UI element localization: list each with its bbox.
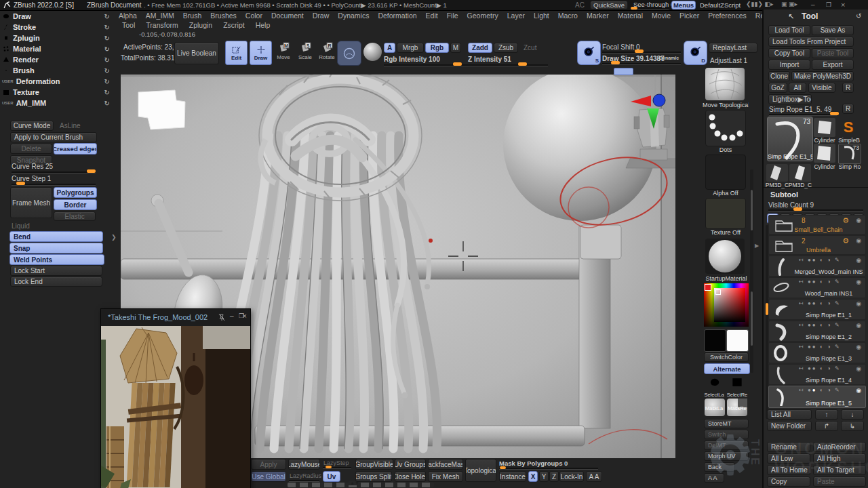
left-tray-expand-arrow[interactable]: ❯ (111, 234, 117, 241)
goz-all-button[interactable]: All (789, 83, 806, 93)
goz-r-button[interactable]: R (842, 83, 854, 93)
sphere-subtool[interactable] (503, 75, 656, 221)
menu-layer[interactable]: Layer (507, 12, 525, 20)
all-to-target-button[interactable]: All To Target (813, 465, 866, 475)
zsub-button[interactable]: Zsub (494, 43, 518, 53)
tray-item-material[interactable]: Material↻ (0, 43, 115, 54)
subtool-row-mesh-selected[interactable]: ↤ ●● ◐ ◑ ✎ ◉ Simp Rope E1_5 (768, 386, 866, 408)
menu-deformation[interactable]: Deformation (378, 12, 416, 20)
axis-z-ball[interactable] (653, 94, 665, 106)
polygroups-button[interactable]: Polygroups (54, 187, 97, 198)
rgb-button[interactable]: Rgb (425, 43, 449, 53)
sv-selector[interactable] (715, 289, 721, 295)
tool-thumb-simp-ro[interactable]: 73 (838, 144, 861, 164)
apply-to-current-brush-button[interactable]: Apply to Current Brush (10, 132, 97, 142)
close-icon[interactable]: × (243, 312, 247, 320)
menu-material[interactable]: Material (618, 12, 643, 20)
apply-button[interactable]: Apply (251, 459, 286, 470)
tool-thumb-cylinder1[interactable] (814, 118, 835, 137)
close-holes-button[interactable]: Close Holes (395, 471, 426, 482)
y-axis-button[interactable]: Y (539, 471, 549, 482)
rgb-intensity-handle[interactable] (453, 62, 462, 66)
side-aa-button[interactable]: A A (704, 473, 724, 483)
m-button[interactable]: M (450, 43, 461, 53)
clone-button[interactable]: Clone (768, 71, 790, 81)
move-button[interactable]: M Move (274, 41, 293, 64)
make-polymesh3d-button[interactable]: Make PolyMesh3D (791, 71, 854, 81)
subtool-row-icon-strip[interactable]: ↤ ●● ◐ ◑ ✎ (799, 344, 841, 350)
move-out-folder-button[interactable]: ↱ (815, 421, 838, 431)
quicksave-button[interactable]: QuickSave (590, 1, 628, 9)
widget-scroll-thumb[interactable] (751, 190, 753, 230)
restore-config-icon[interactable]: ↻ (104, 35, 110, 42)
a-toggle[interactable]: A (384, 43, 395, 53)
tool-history-icon[interactable]: ↺ (856, 12, 861, 20)
tray-item-am-imm[interactable]: USERAM_IMM↻ (0, 98, 115, 108)
paste-tool-button[interactable]: Paste Tool (812, 48, 854, 58)
menus-toggle-button[interactable]: Menus (671, 1, 696, 9)
subtool-row-folder[interactable]: 2 ⚙ ◉ Umbrella (768, 235, 866, 255)
tray-item-deformation[interactable]: USERDeformation↻ (0, 76, 115, 87)
tray-item-texture[interactable]: Texture↻ (0, 87, 115, 98)
adjust-last-label[interactable]: AdjustLast 1 (710, 57, 747, 64)
current-alpha-sphere-icon[interactable] (363, 43, 382, 61)
replay-last-button[interactable]: ReplayLast (709, 43, 757, 53)
bottom-aa-button[interactable]: A A (586, 471, 602, 482)
menu-zplugin[interactable]: Zplugin (189, 21, 212, 30)
focal-shift-handle[interactable] (635, 49, 644, 53)
menu-document[interactable]: Document (271, 12, 304, 20)
stroke-settings-button[interactable]: S (577, 41, 601, 65)
menu-am-imm[interactable]: AM_IMM (146, 12, 174, 20)
uv-button[interactable]: Uv (323, 471, 340, 482)
visible-count-handle[interactable] (793, 207, 802, 211)
curve-res-handle[interactable] (87, 169, 96, 173)
auto-reorder-button[interactable]: AutoReorder (813, 442, 866, 452)
tray-item-zplugin[interactable]: Zplugin↻ (0, 33, 115, 43)
current-stroke-thumb[interactable] (705, 110, 746, 146)
tray-item-draw[interactable]: Draw↻ (0, 11, 115, 22)
topological-button[interactable]: Topological (465, 459, 496, 482)
subtool-row-mesh[interactable]: ↤ ●● ◐ ◑ ✎ ◉ Merged_Wood_main INS (768, 256, 866, 277)
menu-dynamics[interactable]: Dynamics (338, 12, 369, 20)
tray-item-render[interactable]: Render↻ (0, 54, 115, 65)
visibility-eye-icon[interactable]: ◉ (856, 322, 861, 329)
restore-config-icon[interactable]: ↻ (104, 78, 110, 85)
tray-item-stroke[interactable]: Stroke↻ (0, 22, 115, 33)
dots-settings-button[interactable]: D (684, 41, 707, 65)
asline-label[interactable]: AsLine (60, 122, 81, 129)
menu-geometry[interactable]: Geometry (467, 12, 498, 20)
widget-scroll-thumb2[interactable] (751, 291, 753, 346)
subtool-row-mesh[interactable]: ↤ ●● ◐ ◑ ✎ ◉ Wood_main INS1 (768, 277, 866, 298)
stroke-preview-icons[interactable]: ❮▮▮❯ ◧▸ (746, 1, 774, 7)
menu-light[interactable]: Light (534, 12, 549, 20)
visibility-eye-icon[interactable]: ◉ (856, 237, 861, 244)
alternate-button[interactable]: Alternate (704, 363, 750, 374)
zadd-button[interactable]: Zadd (468, 43, 492, 53)
visibility-eye-icon[interactable]: ◉ (856, 279, 861, 285)
del-mt-button[interactable]: DelMT (704, 441, 749, 450)
menu-alpha[interactable]: Alpha (119, 12, 137, 20)
liquid-label[interactable]: Liquid (12, 222, 30, 230)
store-mt-button[interactable]: StoreMT (704, 419, 749, 428)
visibility-eye-icon[interactable]: ◉ (856, 217, 861, 224)
current-alpha-thumb[interactable] (705, 155, 746, 190)
pin-icon[interactable] (218, 313, 226, 321)
all-high-button[interactable]: All High (813, 453, 866, 464)
restore-config-icon[interactable]: ↻ (104, 13, 110, 20)
z-axis-button[interactable]: Z (549, 471, 559, 482)
tool-thumb-pm3d-1[interactable] (766, 164, 788, 182)
subtool-row-icon-strip[interactable]: ↤ ●● ◐ ◑ ✎ (799, 279, 841, 285)
instance-button[interactable]: Instance (499, 471, 526, 482)
use-global-button[interactable]: Use Global (251, 471, 286, 482)
scale-button[interactable]: S Scale (296, 41, 315, 64)
lazy-mouse-button[interactable]: LazyMouse (288, 459, 320, 470)
gear-icon[interactable]: ⚙ (842, 216, 849, 225)
restore-config-icon[interactable]: ↻ (104, 24, 110, 31)
load-tools-from-project-button[interactable]: Load Tools From Project (768, 37, 854, 47)
current-material-thumb[interactable] (705, 239, 745, 274)
groups-split-button[interactable]: Groups Split (355, 471, 392, 482)
subtool-row-mesh[interactable]: ↤ ●● ◐ ◑ ✎ ◉ Simp Rope E1_4 (768, 364, 866, 385)
subtool-down-button[interactable]: ↓ (841, 409, 864, 420)
rename-button[interactable]: Rename (767, 442, 810, 452)
menu-transform[interactable]: Transform (146, 21, 178, 30)
